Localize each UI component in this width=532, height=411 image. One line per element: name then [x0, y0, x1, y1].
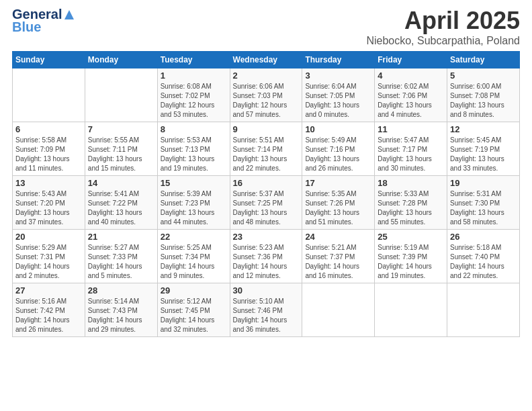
day-info: Sunrise: 6:06 AMSunset: 7:03 PMDaylight:… — [233, 82, 300, 120]
day-info: Sunrise: 5:53 AMSunset: 7:13 PMDaylight:… — [161, 136, 227, 173]
day-info: Sunrise: 5:45 AMSunset: 7:19 PMDaylight:… — [450, 136, 517, 173]
day-info: Sunrise: 5:51 AMSunset: 7:14 PMDaylight:… — [233, 136, 300, 173]
day-info: Sunrise: 5:43 AMSunset: 7:20 PMDaylight:… — [15, 189, 82, 227]
title-block: April 2025 Niebocko, Subcarpathia, Polan… — [366, 7, 520, 47]
calendar-body: 1Sunrise: 6:08 AMSunset: 7:02 PMDaylight… — [13, 68, 520, 337]
day-number: 18 — [378, 178, 444, 188]
calendar-cell: 19Sunrise: 5:31 AMSunset: 7:30 PMDayligh… — [447, 176, 520, 230]
day-number: 19 — [450, 178, 517, 188]
day-number: 29 — [161, 285, 227, 295]
day-info: Sunrise: 6:08 AMSunset: 7:02 PMDaylight:… — [161, 82, 227, 120]
logo-blue: Blue — [12, 19, 41, 35]
day-number: 4 — [378, 71, 444, 81]
week-row-5: 27Sunrise: 5:16 AMSunset: 7:42 PMDayligh… — [13, 283, 520, 337]
day-info: Sunrise: 6:02 AMSunset: 7:06 PMDaylight:… — [378, 82, 444, 120]
day-info: Sunrise: 5:12 AMSunset: 7:45 PMDaylight:… — [161, 297, 227, 334]
calendar-cell: 25Sunrise: 5:19 AMSunset: 7:39 PMDayligh… — [375, 230, 447, 283]
calendar-cell: 29Sunrise: 5:12 AMSunset: 7:45 PMDayligh… — [157, 283, 230, 337]
day-number: 17 — [305, 178, 371, 188]
calendar-cell: 14Sunrise: 5:41 AMSunset: 7:22 PMDayligh… — [85, 176, 157, 230]
calendar-cell — [13, 68, 85, 122]
day-info: Sunrise: 5:23 AMSunset: 7:36 PMDaylight:… — [233, 243, 300, 281]
day-info: Sunrise: 5:16 AMSunset: 7:42 PMDaylight:… — [15, 297, 82, 334]
calendar-cell: 11Sunrise: 5:47 AMSunset: 7:17 PMDayligh… — [375, 122, 447, 176]
calendar-cell: 10Sunrise: 5:49 AMSunset: 7:16 PMDayligh… — [302, 122, 375, 176]
day-info: Sunrise: 5:29 AMSunset: 7:31 PMDaylight:… — [15, 243, 82, 281]
calendar-cell: 5Sunrise: 6:00 AMSunset: 7:08 PMDaylight… — [447, 68, 520, 122]
day-number: 10 — [305, 124, 371, 134]
day-info: Sunrise: 6:00 AMSunset: 7:08 PMDaylight:… — [450, 82, 517, 120]
calendar-cell: 22Sunrise: 5:25 AMSunset: 7:34 PMDayligh… — [157, 230, 230, 283]
calendar-cell: 4Sunrise: 6:02 AMSunset: 7:06 PMDaylight… — [375, 68, 447, 122]
day-number: 9 — [233, 124, 300, 134]
dow-header-tuesday: Tuesday — [157, 52, 230, 68]
calendar-cell: 8Sunrise: 5:53 AMSunset: 7:13 PMDaylight… — [157, 122, 230, 176]
dow-header-monday: Monday — [85, 52, 157, 68]
week-row-3: 13Sunrise: 5:43 AMSunset: 7:20 PMDayligh… — [13, 176, 520, 230]
day-info: Sunrise: 5:39 AMSunset: 7:23 PMDaylight:… — [161, 189, 227, 227]
day-info: Sunrise: 5:19 AMSunset: 7:39 PMDaylight:… — [378, 243, 444, 281]
subtitle: Niebocko, Subcarpathia, Poland — [366, 35, 520, 47]
calendar-cell: 15Sunrise: 5:39 AMSunset: 7:23 PMDayligh… — [157, 176, 230, 230]
dow-header-wednesday: Wednesday — [230, 52, 302, 68]
day-info: Sunrise: 5:35 AMSunset: 7:26 PMDaylight:… — [305, 189, 371, 227]
day-info: Sunrise: 5:37 AMSunset: 7:25 PMDaylight:… — [233, 189, 300, 227]
day-number: 7 — [88, 124, 154, 134]
logo-icon — [63, 9, 75, 21]
calendar-cell: 24Sunrise: 5:21 AMSunset: 7:37 PMDayligh… — [302, 230, 375, 283]
day-info: Sunrise: 5:49 AMSunset: 7:16 PMDaylight:… — [305, 136, 371, 173]
day-number: 15 — [161, 178, 227, 188]
day-info: Sunrise: 5:31 AMSunset: 7:30 PMDaylight:… — [450, 189, 517, 227]
day-number: 3 — [305, 71, 371, 81]
calendar-cell: 26Sunrise: 5:18 AMSunset: 7:40 PMDayligh… — [447, 230, 520, 283]
calendar-cell: 30Sunrise: 5:10 AMSunset: 7:46 PMDayligh… — [230, 283, 302, 337]
calendar-cell: 20Sunrise: 5:29 AMSunset: 7:31 PMDayligh… — [13, 230, 85, 283]
calendar-cell: 18Sunrise: 5:33 AMSunset: 7:28 PMDayligh… — [375, 176, 447, 230]
week-row-4: 20Sunrise: 5:29 AMSunset: 7:31 PMDayligh… — [13, 230, 520, 283]
calendar-cell: 2Sunrise: 6:06 AMSunset: 7:03 PMDaylight… — [230, 68, 302, 122]
day-number: 23 — [233, 232, 300, 242]
day-number: 27 — [15, 285, 82, 295]
day-info: Sunrise: 5:10 AMSunset: 7:46 PMDaylight:… — [233, 297, 300, 334]
day-number: 1 — [161, 71, 227, 81]
calendar-cell: 23Sunrise: 5:23 AMSunset: 7:36 PMDayligh… — [230, 230, 302, 283]
calendar-cell: 3Sunrise: 6:04 AMSunset: 7:05 PMDaylight… — [302, 68, 375, 122]
day-number: 2 — [233, 71, 300, 81]
calendar-cell: 13Sunrise: 5:43 AMSunset: 7:20 PMDayligh… — [13, 176, 85, 230]
week-row-2: 6Sunrise: 5:58 AMSunset: 7:09 PMDaylight… — [13, 122, 520, 176]
day-info: Sunrise: 5:58 AMSunset: 7:09 PMDaylight:… — [15, 136, 82, 173]
calendar-table: SundayMondayTuesdayWednesdayThursdayFrid… — [12, 51, 520, 337]
week-row-1: 1Sunrise: 6:08 AMSunset: 7:02 PMDaylight… — [13, 68, 520, 122]
calendar-cell: 6Sunrise: 5:58 AMSunset: 7:09 PMDaylight… — [13, 122, 85, 176]
calendar-cell: 9Sunrise: 5:51 AMSunset: 7:14 PMDaylight… — [230, 122, 302, 176]
day-number: 30 — [233, 285, 300, 295]
day-info: Sunrise: 6:04 AMSunset: 7:05 PMDaylight:… — [305, 82, 371, 120]
day-number: 28 — [88, 285, 154, 295]
day-number: 12 — [450, 124, 517, 134]
day-info: Sunrise: 5:55 AMSunset: 7:11 PMDaylight:… — [88, 136, 154, 173]
calendar-cell: 16Sunrise: 5:37 AMSunset: 7:25 PMDayligh… — [230, 176, 302, 230]
day-info: Sunrise: 5:27 AMSunset: 7:33 PMDaylight:… — [88, 243, 154, 281]
calendar-cell — [302, 283, 375, 337]
day-number: 22 — [161, 232, 227, 242]
calendar-cell — [85, 68, 157, 122]
day-number: 13 — [15, 178, 82, 188]
calendar-cell: 21Sunrise: 5:27 AMSunset: 7:33 PMDayligh… — [85, 230, 157, 283]
day-info: Sunrise: 5:25 AMSunset: 7:34 PMDaylight:… — [161, 243, 227, 281]
day-info: Sunrise: 5:41 AMSunset: 7:22 PMDaylight:… — [88, 189, 154, 227]
calendar-cell — [375, 283, 447, 337]
header: General Blue April 2025 Niebocko, Subcar… — [12, 7, 520, 47]
dow-header-saturday: Saturday — [447, 52, 520, 68]
calendar-cell: 27Sunrise: 5:16 AMSunset: 7:42 PMDayligh… — [13, 283, 85, 337]
day-info: Sunrise: 5:33 AMSunset: 7:28 PMDaylight:… — [378, 189, 444, 227]
dow-header-sunday: Sunday — [13, 52, 85, 68]
calendar-cell — [447, 283, 520, 337]
day-number: 6 — [15, 124, 82, 134]
dow-header-friday: Friday — [375, 52, 447, 68]
day-number: 11 — [378, 124, 444, 134]
day-info: Sunrise: 5:18 AMSunset: 7:40 PMDaylight:… — [450, 243, 517, 281]
day-number: 8 — [161, 124, 227, 134]
day-number: 14 — [88, 178, 154, 188]
svg-marker-0 — [64, 10, 74, 19]
page: General Blue April 2025 Niebocko, Subcar… — [0, 0, 532, 411]
